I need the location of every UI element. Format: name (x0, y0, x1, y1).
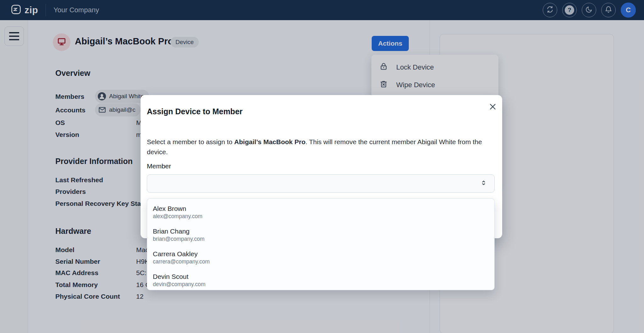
member-option-brian-chang[interactable]: Brian Chang brian@company.com (147, 223, 494, 246)
modal-device-name: Abigail’s MacBook Pro (234, 138, 306, 145)
modal-description: Select a member to assign to Abigail’s M… (147, 137, 490, 157)
option-email: carrera@company.com (153, 258, 494, 265)
option-name: Alex Brown (153, 204, 494, 213)
modal-description-pre: Select a member to assign to (147, 138, 234, 145)
close-icon (489, 103, 497, 112)
close-button[interactable] (487, 102, 498, 113)
chevron-up-down-icon (480, 179, 487, 188)
member-option-carrera-oakley[interactable]: Carrera Oakley carrera@company.com (147, 246, 494, 269)
member-select[interactable] (147, 174, 495, 193)
option-email: brian@company.com (153, 235, 494, 243)
option-email: alex@company.com (153, 213, 494, 220)
modal-title: Assign Device to Member (147, 107, 242, 116)
option-email: devin@company.com (153, 281, 494, 288)
member-field-label: Member (147, 162, 171, 170)
option-name: Carrera Oakley (153, 250, 494, 258)
app-root: zip Your Company ? (0, 0, 644, 333)
member-option-devin-scout[interactable]: Devin Scout devin@company.com (147, 269, 494, 291)
member-option-alex-brown[interactable]: Alex Brown alex@company.com (147, 201, 494, 223)
option-name: Devin Scout (153, 272, 494, 281)
option-name: Brian Chang (153, 227, 494, 235)
member-options-list: Alex Brown alex@company.com Brian Chang … (147, 198, 495, 290)
